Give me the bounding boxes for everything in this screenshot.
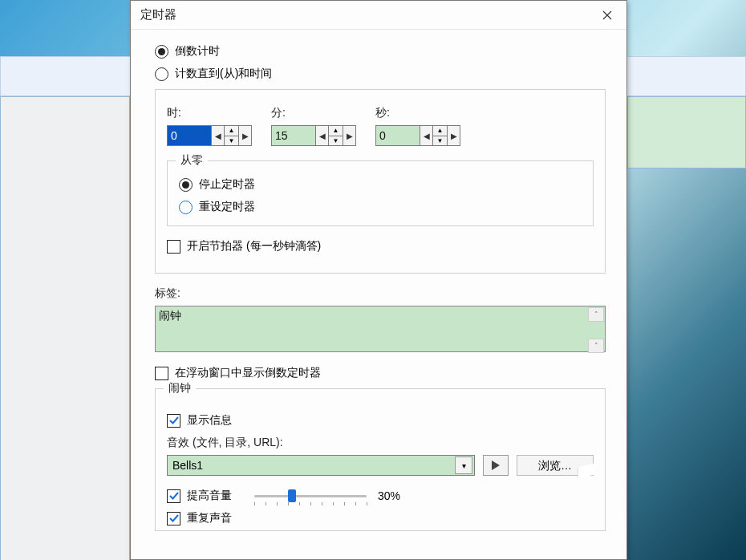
background-window-left	[0, 96, 130, 560]
checkbox-icon	[167, 512, 180, 526]
hours-col: 时: ◀ ▲▼ ▶	[167, 106, 252, 146]
browse-button[interactable]: 浏览…	[517, 455, 594, 476]
boost-slider[interactable]	[254, 489, 367, 502]
slider-track	[254, 495, 367, 497]
sound-select[interactable]: Bells1 ▾	[167, 455, 475, 476]
slider-thumb[interactable]	[288, 489, 296, 502]
chevron-down-icon: ▾	[455, 457, 472, 474]
floatwin-label: 在浮动窗口中显示倒数定时器	[175, 366, 321, 380]
mins-input[interactable]	[272, 126, 315, 145]
repeat-row[interactable]: 重复声音	[167, 511, 594, 526]
play-sound-button[interactable]	[483, 455, 509, 476]
spin-prev-icon[interactable]: ◀	[315, 126, 328, 145]
onzero-reset-label: 重设定时器	[199, 200, 255, 214]
hours-spinner[interactable]: ◀ ▲▼ ▶	[167, 125, 252, 146]
onzero-legend: 从零	[176, 153, 208, 168]
mode-countdown-row[interactable]: 倒数计时	[155, 44, 606, 59]
onzero-stop-row[interactable]: 停止定时器	[179, 177, 582, 192]
time-row: 时: ◀ ▲▼ ▶ 分: ◀ ▲▼ ▶	[167, 106, 594, 146]
boost-percent: 30%	[378, 489, 400, 502]
countdown-settings-group: 时: ◀ ▲▼ ▶ 分: ◀ ▲▼ ▶	[155, 89, 606, 274]
sound-row: Bells1 ▾ 浏览…	[167, 455, 594, 476]
mins-col: 分: ◀ ▲▼ ▶	[271, 106, 356, 146]
hours-label: 时:	[167, 106, 252, 120]
textarea-scrollbar[interactable]: ˄ ˅	[588, 307, 604, 353]
spin-updown[interactable]: ▲▼	[432, 126, 447, 145]
mode-countto-label: 计数直到(从)和时间	[175, 67, 272, 81]
boost-row[interactable]: 提高音量 30%	[167, 489, 594, 503]
spin-next-icon[interactable]: ▶	[238, 126, 251, 145]
secs-label: 秒:	[375, 106, 460, 120]
play-icon	[492, 461, 500, 470]
mins-label: 分:	[271, 106, 356, 120]
spin-prev-icon[interactable]: ◀	[211, 126, 224, 145]
floatwin-row[interactable]: 在浮动窗口中显示倒数定时器	[155, 366, 606, 380]
radio-icon	[155, 67, 168, 81]
show-msg-row[interactable]: 显示信息	[167, 413, 594, 428]
metronome-label: 开启节拍器 (每一秒钟滴答)	[187, 239, 321, 254]
boost-slider-row: 30%	[254, 489, 400, 502]
dialog-title: 定时器	[140, 7, 176, 22]
metronome-row[interactable]: 开启节拍器 (每一秒钟滴答)	[167, 239, 594, 254]
spin-next-icon[interactable]: ▶	[447, 126, 460, 145]
onzero-group: 从零 停止定时器 重设定时器	[167, 160, 594, 226]
spin-prev-icon[interactable]: ◀	[420, 126, 432, 145]
checkbox-icon	[167, 240, 180, 254]
spin-updown[interactable]: ▲▼	[328, 126, 343, 145]
label-textarea-wrap: ˄ ˅	[155, 306, 606, 355]
browse-label: 浏览…	[538, 459, 572, 472]
checkbox-icon	[155, 367, 168, 380]
onzero-reset-row[interactable]: 重设定时器	[179, 200, 582, 214]
mins-spinner[interactable]: ◀ ▲▼ ▶	[271, 125, 356, 146]
boost-label: 提高音量	[187, 489, 232, 503]
dialog-titlebar[interactable]: 定时器	[131, 1, 626, 30]
radio-icon	[155, 45, 168, 59]
label-textarea[interactable]	[155, 306, 606, 352]
scroll-down-icon[interactable]: ˅	[588, 339, 604, 353]
slider-ticks	[254, 502, 367, 505]
label-section-label: 标签:	[155, 286, 606, 301]
spin-updown[interactable]: ▲▼	[224, 126, 238, 145]
hours-input[interactable]	[168, 126, 211, 145]
alarm-legend: 闹钟	[164, 381, 196, 396]
scroll-up-icon[interactable]: ˄	[588, 307, 604, 322]
close-icon	[602, 10, 612, 20]
onzero-stop-label: 停止定时器	[199, 177, 255, 192]
secs-input[interactable]	[376, 126, 420, 145]
spin-next-icon[interactable]: ▶	[343, 126, 355, 145]
mode-countto-row[interactable]: 计数直到(从)和时间	[155, 67, 606, 81]
show-msg-label: 显示信息	[187, 413, 232, 428]
sound-select-value: Bells1	[172, 459, 203, 472]
secs-col: 秒: ◀ ▲▼ ▶	[375, 106, 460, 146]
sound-label: 音效 (文件, 目录, URL):	[167, 436, 594, 450]
dialog-content: 倒数计时 计数直到(从)和时间 时: ◀ ▲▼ ▶ 分:	[131, 30, 626, 559]
repeat-label: 重复声音	[187, 511, 232, 526]
radio-icon	[179, 201, 193, 214]
mode-countdown-label: 倒数计时	[175, 44, 220, 59]
secs-spinner[interactable]: ◀ ▲▼ ▶	[375, 125, 460, 146]
timer-dialog: 定时器 倒数计时 计数直到(从)和时间 时: ◀ ▲▼ ▶	[130, 0, 627, 560]
alarm-group: 闹钟 显示信息 音效 (文件, 目录, URL): Bells1 ▾ 浏览…	[155, 388, 606, 531]
radio-icon	[179, 178, 193, 192]
close-button[interactable]	[588, 1, 626, 30]
checkbox-icon	[167, 489, 180, 503]
checkbox-icon	[167, 414, 180, 428]
background-window-right	[627, 96, 746, 168]
